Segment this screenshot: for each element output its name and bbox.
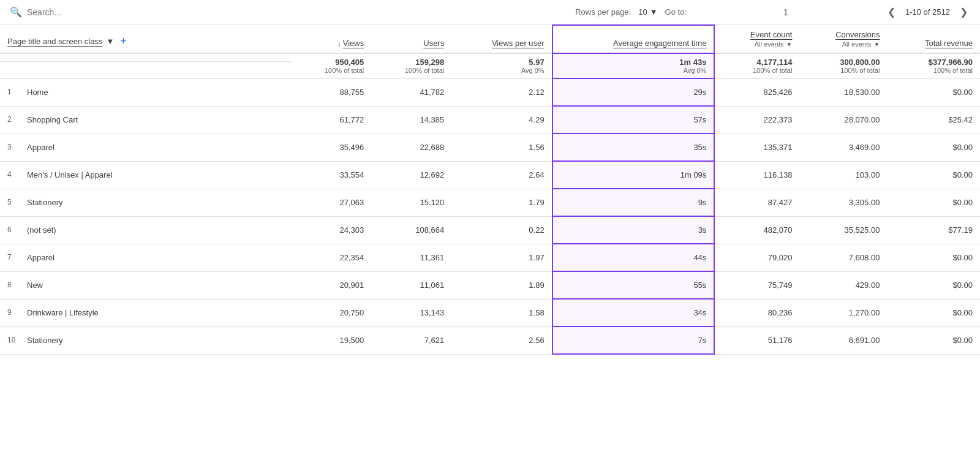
row-views: 20,901 — [291, 271, 371, 299]
row-title[interactable]: Stationery — [27, 198, 63, 207]
row-vpu: 2.64 — [451, 161, 552, 189]
row-vpu: 0.22 — [451, 216, 552, 244]
event-count-dropdown-icon[interactable]: ▼ — [786, 41, 793, 48]
row-views: 27,063 — [291, 189, 371, 216]
col-event-count-sub: All events — [755, 40, 784, 48]
row-users: 22,688 — [371, 134, 451, 161]
row-users: 41,782 — [371, 78, 451, 106]
row-vpu: 1.58 — [451, 299, 552, 326]
data-table: Page title and screen class ▼ + ↓Views U… — [0, 25, 980, 355]
table-row: 2 Shopping Cart 61,772 14,385 4.29 57s 2… — [0, 106, 980, 134]
row-title[interactable]: New — [27, 281, 43, 290]
col-header-engagement: Average engagement time — [552, 25, 715, 53]
totals-views: 950,405 100% of total — [291, 53, 371, 78]
row-conversions: 35,525.00 — [799, 216, 887, 244]
col-header-views: ↓Views — [291, 25, 371, 53]
next-page-button[interactable]: ❯ — [957, 5, 970, 19]
row-name-cell: 9 Drinkware | Lifestyle — [0, 300, 291, 326]
totals-revenue: $377,966.90 100% of total — [887, 53, 980, 78]
row-vpu: 2.56 — [451, 326, 552, 354]
row-conversions: 103.00 — [799, 161, 887, 189]
add-column-button[interactable]: + — [120, 35, 127, 48]
goto-input[interactable] — [694, 7, 878, 17]
row-views: 22,354 — [291, 244, 371, 271]
row-vpu: 1.79 — [451, 189, 552, 216]
row-vpu: 2.12 — [451, 78, 552, 106]
conversions-dropdown-icon[interactable]: ▼ — [873, 41, 880, 48]
col-conversions-label[interactable]: Conversions — [835, 30, 880, 39]
col-engagement-label[interactable]: Average engagement time — [613, 39, 706, 48]
row-engagement: 1m 09s — [552, 161, 715, 189]
row-users: 11,061 — [371, 271, 451, 299]
data-table-wrap: Page title and screen class ▼ + ↓Views U… — [0, 25, 980, 355]
row-users: 108,664 — [371, 216, 451, 244]
row-vpu: 1.97 — [451, 244, 552, 271]
col-event-count-label[interactable]: Event count — [750, 30, 793, 39]
row-users: 14,385 — [371, 106, 451, 134]
totals-users: 159,298 100% of total — [371, 53, 451, 78]
row-title[interactable]: Apparel — [27, 253, 55, 262]
row-event-count: 87,427 — [714, 189, 799, 216]
row-name-cell: 1 Home — [0, 79, 291, 105]
row-title[interactable]: (not set) — [27, 225, 56, 235]
row-revenue: $77.19 — [887, 216, 980, 244]
row-number: 9 — [7, 308, 17, 317]
row-vpu: 1.89 — [451, 271, 552, 299]
totals-engagement: 1m 43s Avg 0% — [552, 53, 715, 78]
table-row: 6 (not set) 24,303 108,664 0.22 3s 482,0… — [0, 216, 980, 244]
table-header-row: Page title and screen class ▼ + ↓Views U… — [0, 25, 980, 53]
totals-conversions: 300,800.00 100% of total — [799, 53, 887, 78]
row-revenue: $25.42 — [887, 106, 980, 134]
col-conversions-sub: All events — [842, 40, 872, 48]
row-users: 15,120 — [371, 189, 451, 216]
rows-per-page-select[interactable]: 10 ▼ — [638, 7, 657, 17]
prev-page-button[interactable]: ❮ — [885, 5, 898, 19]
row-name-cell: 10 Stationery — [0, 327, 291, 353]
row-title[interactable]: Shopping Cart — [27, 115, 78, 124]
row-name-cell: 5 Stationery — [0, 189, 291, 216]
row-engagement: 29s — [552, 78, 715, 106]
row-number: 7 — [7, 253, 17, 262]
row-revenue: $0.00 — [887, 161, 980, 189]
row-conversions: 3,469.00 — [799, 134, 887, 161]
table-row: 4 Men's / Unisex | Apparel 33,554 12,692… — [0, 161, 980, 189]
col-name-label[interactable]: Page title and screen class — [7, 37, 102, 46]
col-revenue-label[interactable]: Total revenue — [925, 39, 973, 48]
row-views: 35,496 — [291, 134, 371, 161]
row-title[interactable]: Stationery — [27, 336, 63, 345]
row-number: 4 — [7, 170, 17, 179]
row-name-cell: 6 (not set) — [0, 217, 291, 243]
row-conversions: 1,270.00 — [799, 299, 887, 326]
row-revenue: $0.00 — [887, 299, 980, 326]
col-vpu-label[interactable]: Views per user — [492, 39, 545, 48]
row-conversions: 429.00 — [799, 271, 887, 299]
col-views-label[interactable]: Views — [343, 39, 364, 48]
table-row: 3 Apparel 35,496 22,688 1.56 35s 135,371… — [0, 134, 980, 161]
row-users: 11,361 — [371, 244, 451, 271]
row-event-count: 222,373 — [714, 106, 799, 134]
row-event-count: 79,020 — [714, 244, 799, 271]
row-name-cell: 2 Shopping Cart — [0, 107, 291, 133]
row-revenue: $0.00 — [887, 271, 980, 299]
row-title[interactable]: Home — [27, 88, 48, 97]
col-name-dropdown-icon[interactable]: ▼ — [106, 37, 114, 46]
row-event-count: 116,138 — [714, 161, 799, 189]
row-engagement: 3s — [552, 216, 715, 244]
row-name-cell: 4 Men's / Unisex | Apparel — [0, 162, 291, 188]
row-title[interactable]: Drinkware | Lifestyle — [27, 308, 99, 317]
row-revenue: $0.00 — [887, 326, 980, 354]
row-vpu: 4.29 — [451, 106, 552, 134]
row-title[interactable]: Men's / Unisex | Apparel — [27, 170, 113, 179]
col-users-label[interactable]: Users — [423, 39, 444, 48]
row-title[interactable]: Apparel — [27, 143, 55, 152]
search-input[interactable] — [27, 7, 211, 17]
totals-event-count: 4,177,114 100% of total — [714, 53, 799, 78]
row-engagement: 9s — [552, 189, 715, 216]
row-event-count: 75,749 — [714, 271, 799, 299]
row-views: 20,750 — [291, 299, 371, 326]
col-header-name: Page title and screen class ▼ + — [0, 25, 291, 53]
row-event-count: 482,070 — [714, 216, 799, 244]
row-name-cell: 7 Apparel — [0, 244, 291, 271]
table-row: 9 Drinkware | Lifestyle 20,750 13,143 1.… — [0, 299, 980, 326]
row-engagement: 7s — [552, 326, 715, 354]
